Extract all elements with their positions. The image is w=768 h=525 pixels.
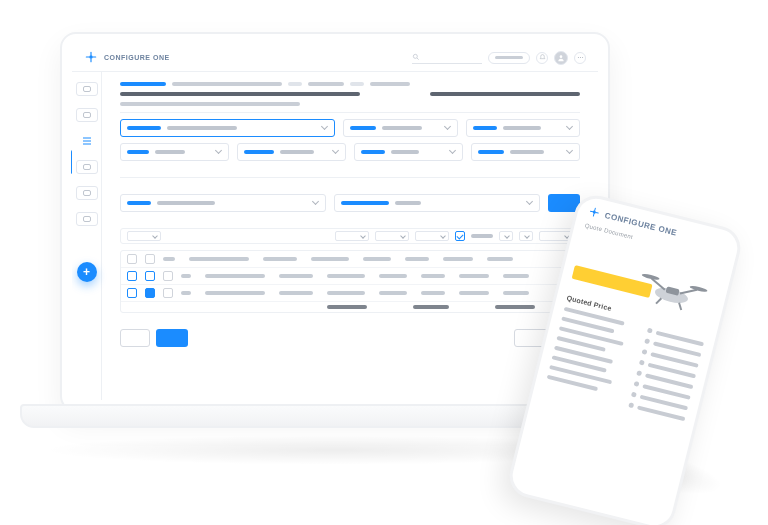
header-more-menu[interactable]: [574, 52, 586, 64]
field-account[interactable]: [466, 119, 581, 137]
svg-point-11: [641, 273, 660, 281]
checkbox[interactable]: [145, 254, 155, 264]
field-validity[interactable]: [471, 143, 580, 161]
brand-logo[interactable]: CONFIGURE ONE: [84, 50, 170, 65]
expand-icon[interactable]: [127, 288, 137, 298]
header-dropdown[interactable]: [488, 52, 530, 64]
sidebar-item-quotes[interactable]: [76, 134, 98, 148]
svg-point-0: [90, 56, 92, 58]
field-currency[interactable]: [237, 143, 346, 161]
line-items-table: [120, 250, 580, 313]
add-button[interactable]: +: [77, 262, 97, 282]
toolbar-filter-2[interactable]: [375, 231, 409, 241]
svg-point-3: [577, 57, 578, 58]
field-configuration[interactable]: [334, 194, 540, 212]
sidebar-item-reports[interactable]: [76, 186, 98, 200]
toolbar-icon-1[interactable]: [499, 231, 513, 241]
checkbox[interactable]: [145, 271, 155, 281]
table-summary-row: [121, 302, 579, 312]
user-avatar[interactable]: [554, 51, 568, 65]
mobile-hero: [570, 234, 723, 321]
toolbar-filter-1[interactable]: [335, 231, 369, 241]
svg-point-6: [593, 211, 595, 213]
table-row[interactable]: [121, 285, 579, 302]
sidebar-item-dashboard[interactable]: [76, 82, 98, 96]
sidebar-item-products[interactable]: [76, 160, 98, 174]
main-content: [102, 72, 598, 400]
drone-icon: [630, 261, 716, 321]
laptop-device-frame: CONFIGURE ONE: [60, 32, 610, 412]
toolbar-icon-2[interactable]: [519, 231, 533, 241]
search-input[interactable]: [412, 52, 482, 64]
thumb: [163, 288, 173, 298]
field-reference[interactable]: [120, 143, 229, 161]
sidebar-nav: +: [72, 72, 102, 400]
save-button[interactable]: [156, 329, 188, 347]
line-items-toolbar: [120, 228, 580, 244]
svg-line-9: [650, 278, 667, 289]
app-header: CONFIGURE ONE: [72, 44, 598, 72]
search-icon: [412, 53, 420, 61]
sidebar-item-orders[interactable]: [76, 108, 98, 122]
field-product[interactable]: [120, 194, 326, 212]
thumb: [163, 271, 173, 281]
svg-point-4: [579, 57, 580, 58]
toolbar-bulk-select[interactable]: [127, 231, 161, 241]
svg-line-14: [677, 303, 682, 310]
field-pricelist[interactable]: [354, 143, 463, 161]
cancel-button[interactable]: [120, 329, 150, 347]
svg-point-1: [413, 54, 417, 58]
brand-name: CONFIGURE ONE: [104, 54, 170, 61]
field-contact[interactable]: [343, 119, 458, 137]
breadcrumb: [120, 82, 580, 86]
svg-point-2: [560, 55, 563, 58]
toolbar-checkbox[interactable]: [455, 231, 465, 241]
svg-line-13: [656, 297, 661, 304]
notifications-icon[interactable]: [536, 52, 548, 64]
svg-point-5: [581, 57, 582, 58]
toolbar-filter-3[interactable]: [415, 231, 449, 241]
table-row[interactable]: [121, 268, 579, 285]
sidebar-item-settings[interactable]: [76, 212, 98, 226]
expand-icon[interactable]: [127, 254, 137, 264]
checkbox[interactable]: [145, 288, 155, 298]
expand-icon[interactable]: [127, 271, 137, 281]
table-header-row: [121, 251, 579, 268]
field-customer[interactable]: [120, 119, 335, 137]
brand-icon: [84, 50, 98, 65]
